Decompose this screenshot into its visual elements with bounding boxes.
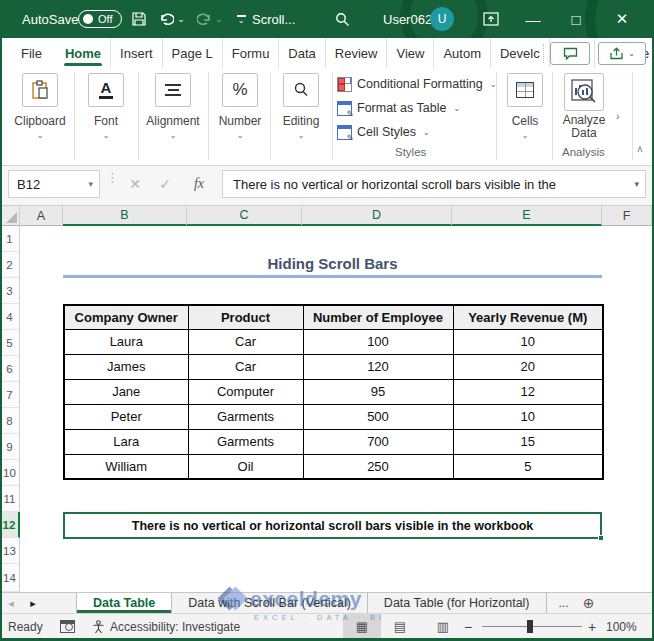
fill-handle[interactable]	[598, 535, 604, 541]
alignment-group-button[interactable]: Alignment ⌄	[140, 68, 206, 160]
table-header-cell[interactable]: Number of Employee	[303, 305, 453, 329]
new-sheet-button[interactable]: ⊕	[577, 593, 601, 613]
table-cell[interactable]: 250	[303, 454, 453, 479]
table-cell[interactable]: Peter	[64, 404, 188, 429]
row-header-12[interactable]: 12	[0, 512, 20, 538]
close-button[interactable]: ✕	[602, 0, 642, 38]
row-header-11[interactable]: 11	[0, 486, 20, 512]
next-sheet-button[interactable]: ▸	[22, 593, 44, 613]
format-as-table-button[interactable]: Format as Table ⌄	[337, 97, 460, 119]
table-cell[interactable]: James	[64, 354, 188, 379]
column-header-d[interactable]: D	[302, 206, 452, 226]
table-cell[interactable]: William	[64, 454, 188, 479]
collapse-ribbon-button[interactable]: ˄	[637, 144, 643, 155]
table-header-cell[interactable]: Yearly Revenue (M)	[453, 305, 603, 329]
table-cell[interactable]: Laura	[64, 329, 188, 354]
ribbon-display-options-button[interactable]	[476, 0, 506, 38]
row-header-3[interactable]: 3	[0, 278, 20, 304]
table-cell[interactable]: 10	[453, 404, 603, 429]
table-header-cell[interactable]: Company Owner	[64, 305, 188, 329]
insert-function-button[interactable]: fx	[186, 170, 212, 198]
column-header-e[interactable]: E	[452, 206, 602, 226]
zoom-out-button[interactable]: −	[464, 614, 472, 639]
macro-record-button[interactable]	[60, 614, 75, 639]
tab-insert[interactable]: Insert	[111, 38, 163, 68]
tab-home[interactable]: Home	[56, 38, 111, 68]
cell-styles-button[interactable]: Cell Styles ⌄	[337, 121, 430, 143]
row-header-10[interactable]: 10	[0, 460, 20, 486]
customize-quick-access-button[interactable]: ⌄	[230, 0, 252, 38]
column-header-c[interactable]: C	[187, 206, 302, 226]
sheet-tab-horizontal[interactable]: Data Table (for Horizontal)	[368, 593, 547, 613]
user-name[interactable]: User062	[383, 0, 432, 38]
accessibility-button[interactable]	[92, 614, 105, 639]
row-header-6[interactable]: 6	[0, 356, 20, 382]
table-cell[interactable]: 12	[453, 379, 603, 404]
table-cell[interactable]: 100	[303, 329, 453, 354]
tab-review[interactable]: Review	[326, 38, 388, 68]
zoom-level[interactable]: 100%	[606, 614, 637, 639]
select-all-corner[interactable]	[0, 206, 20, 226]
cells-group-button[interactable]: Cells ⌄	[500, 68, 550, 160]
column-header-f[interactable]: F	[602, 206, 652, 226]
row-header-5[interactable]: 5	[0, 330, 20, 356]
column-header-b[interactable]: B	[63, 206, 187, 226]
tab-formulas[interactable]: Formu	[223, 38, 280, 68]
page-layout-view-button[interactable]: ▤	[381, 614, 419, 639]
table-cell[interactable]: Garments	[188, 404, 303, 429]
table-cell[interactable]: 700	[303, 429, 453, 454]
table-cell[interactable]: Jane	[64, 379, 188, 404]
number-group-button[interactable]: % Number ⌄	[212, 68, 268, 160]
tab-view[interactable]: View	[387, 38, 434, 68]
normal-view-button[interactable]: ▦	[343, 614, 381, 639]
table-cell[interactable]: Lara	[64, 429, 188, 454]
sheet-tab-vertical[interactable]: Data with Scroll Bar (Vertical)	[172, 593, 368, 613]
maximize-button[interactable]: □	[556, 0, 596, 38]
undo-button[interactable]: ⌄	[156, 0, 188, 38]
autosave-toggle[interactable]: Off	[78, 0, 122, 38]
row-header-1[interactable]: 1	[0, 226, 20, 252]
row-header-4[interactable]: 4	[0, 304, 20, 330]
row-header-2[interactable]: 2	[0, 252, 20, 278]
row-header-9[interactable]: 9	[0, 434, 20, 460]
page-break-view-button[interactable]: ▥	[424, 614, 462, 639]
table-cell[interactable]: Car	[188, 329, 303, 354]
share-button[interactable]: ⌄	[598, 42, 646, 65]
table-cell[interactable]: 20	[453, 354, 603, 379]
table-cell[interactable]: Computer	[188, 379, 303, 404]
row-header-13[interactable]: 13	[0, 538, 20, 564]
comments-button[interactable]	[550, 42, 590, 65]
table-cell[interactable]: 5	[453, 454, 603, 479]
search-button[interactable]	[328, 0, 356, 38]
row-header-8[interactable]: 8	[0, 408, 20, 434]
zoom-in-button[interactable]: +	[588, 614, 596, 639]
zoom-slider-thumb[interactable]	[527, 620, 533, 633]
tab-file[interactable]: File	[12, 38, 56, 68]
font-group-button[interactable]: A Font ⌄	[78, 68, 134, 160]
save-button[interactable]	[126, 0, 152, 38]
cancel-entry-button[interactable]: ✕	[122, 170, 148, 198]
row-header-7[interactable]: 7	[0, 382, 20, 408]
selected-cell-b12[interactable]: There is no vertical or horizontal scrol…	[63, 512, 602, 539]
redo-button[interactable]: ⌄	[194, 0, 226, 38]
table-cell[interactable]: Oil	[188, 454, 303, 479]
editing-group-button[interactable]: Editing ⌄	[272, 68, 330, 160]
table-header-cell[interactable]: Product	[188, 305, 303, 329]
confirm-entry-button[interactable]: ✓	[152, 170, 178, 198]
table-cell[interactable]: 95	[303, 379, 453, 404]
table-cell[interactable]: 10	[453, 329, 603, 354]
minimize-button[interactable]: —	[513, 0, 553, 38]
ribbon-more-button[interactable]: ›	[616, 110, 620, 122]
accessibility-status[interactable]: Accessibility: Investigate	[110, 614, 240, 639]
table-cell[interactable]: Car	[188, 354, 303, 379]
table-cell[interactable]: 500	[303, 404, 453, 429]
table-cell[interactable]: 15	[453, 429, 603, 454]
table-cell[interactable]: Garments	[188, 429, 303, 454]
tab-page-layout[interactable]: Page L	[163, 38, 223, 68]
previous-sheet-button[interactable]: ◂	[0, 593, 22, 613]
table-cell[interactable]: 120	[303, 354, 453, 379]
name-box[interactable]: B12 ▾	[8, 170, 100, 198]
row-header-14[interactable]: 14	[0, 564, 20, 592]
formula-input[interactable]: There is no vertical or horizontal scrol…	[222, 170, 646, 198]
sheet-tabs-overflow-button[interactable]: ...	[551, 593, 577, 613]
